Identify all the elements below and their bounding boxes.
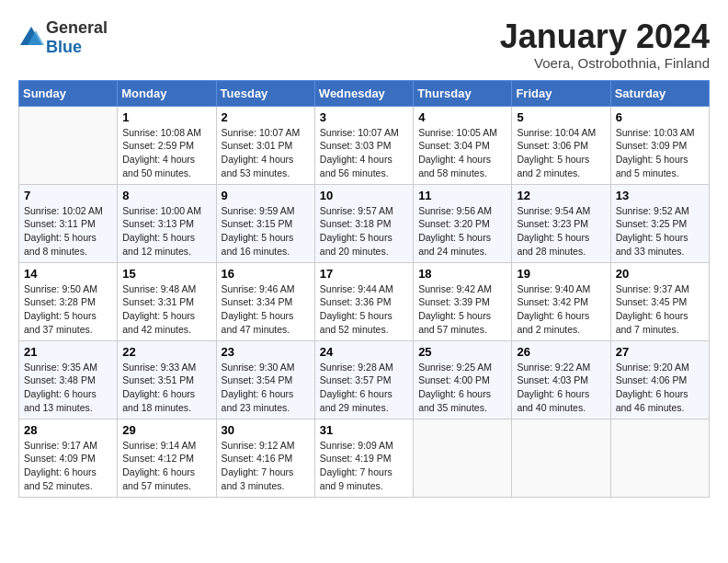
day-number: 11 xyxy=(418,189,506,202)
calendar-cell xyxy=(512,419,610,497)
calendar-cell: 13Sunrise: 9:52 AM Sunset: 3:25 PM Dayli… xyxy=(610,184,709,262)
weekday-header-friday: Friday xyxy=(512,80,610,106)
day-number: 2 xyxy=(222,110,310,124)
calendar-cell: 20Sunrise: 9:37 AM Sunset: 3:45 PM Dayli… xyxy=(610,262,709,340)
calendar-cell: 7Sunrise: 10:02 AM Sunset: 3:11 PM Dayli… xyxy=(19,184,118,262)
day-number: 28 xyxy=(24,423,112,437)
day-info: Sunrise: 9:22 AM Sunset: 4:03 PM Dayligh… xyxy=(517,361,605,415)
day-number: 7 xyxy=(24,189,112,202)
day-info: Sunrise: 9:44 AM Sunset: 3:36 PM Dayligh… xyxy=(320,282,408,337)
calendar-cell: 28Sunrise: 9:17 AM Sunset: 4:09 PM Dayli… xyxy=(19,419,118,497)
day-info: Sunrise: 10:08 AM Sunset: 2:59 PM Daylig… xyxy=(122,126,210,180)
day-info: Sunrise: 9:59 AM Sunset: 3:15 PM Dayligh… xyxy=(222,204,310,259)
day-number: 22 xyxy=(122,345,210,359)
calendar-cell: 31Sunrise: 9:09 AM Sunset: 4:19 PM Dayli… xyxy=(314,419,413,497)
day-number: 1 xyxy=(122,110,210,124)
calendar-cell: 26Sunrise: 9:22 AM Sunset: 4:03 PM Dayli… xyxy=(512,340,610,419)
weekday-header-monday: Monday xyxy=(118,80,216,106)
day-number: 20 xyxy=(616,267,704,281)
day-number: 29 xyxy=(122,423,210,437)
calendar-cell xyxy=(414,419,512,497)
weekday-header-tuesday: Tuesday xyxy=(216,80,314,106)
day-number: 10 xyxy=(320,189,408,202)
weekday-header-saturday: Saturday xyxy=(610,80,709,106)
day-number: 24 xyxy=(320,345,408,359)
day-info: Sunrise: 10:00 AM Sunset: 3:13 PM Daylig… xyxy=(122,204,210,259)
day-number: 19 xyxy=(517,267,605,281)
calendar-cell xyxy=(610,419,709,497)
calendar-week-3: 14Sunrise: 9:50 AM Sunset: 3:28 PM Dayli… xyxy=(19,262,710,340)
calendar-header: SundayMondayTuesdayWednesdayThursdayFrid… xyxy=(19,80,710,106)
calendar-week-2: 7Sunrise: 10:02 AM Sunset: 3:11 PM Dayli… xyxy=(19,184,710,262)
day-info: Sunrise: 9:28 AM Sunset: 3:57 PM Dayligh… xyxy=(320,361,408,415)
day-number: 30 xyxy=(222,423,310,437)
calendar-cell: 24Sunrise: 9:28 AM Sunset: 3:57 PM Dayli… xyxy=(314,340,413,419)
calendar-cell: 18Sunrise: 9:42 AM Sunset: 3:39 PM Dayli… xyxy=(414,262,512,340)
logo-icon xyxy=(18,25,44,51)
weekday-header-sunday: Sunday xyxy=(19,80,118,106)
weekday-header-wednesday: Wednesday xyxy=(314,80,413,106)
calendar-cell: 23Sunrise: 9:30 AM Sunset: 3:54 PM Dayli… xyxy=(216,340,314,419)
day-number: 15 xyxy=(122,267,210,281)
calendar-cell: 27Sunrise: 9:20 AM Sunset: 4:06 PM Dayli… xyxy=(610,340,709,419)
day-number: 6 xyxy=(616,110,704,124)
day-info: Sunrise: 9:52 AM Sunset: 3:25 PM Dayligh… xyxy=(616,204,704,259)
calendar-cell: 8Sunrise: 10:00 AM Sunset: 3:13 PM Dayli… xyxy=(118,184,216,262)
day-number: 5 xyxy=(517,110,605,124)
day-info: Sunrise: 9:20 AM Sunset: 4:06 PM Dayligh… xyxy=(616,361,704,415)
calendar-week-4: 21Sunrise: 9:35 AM Sunset: 3:48 PM Dayli… xyxy=(19,340,710,419)
day-number: 17 xyxy=(320,267,408,281)
day-number: 18 xyxy=(418,267,506,281)
location-text: Voera, Ostrobothnia, Finland xyxy=(500,55,710,71)
calendar-cell: 2Sunrise: 10:07 AM Sunset: 3:01 PM Dayli… xyxy=(216,106,314,184)
day-number: 16 xyxy=(222,267,310,281)
day-info: Sunrise: 9:09 AM Sunset: 4:19 PM Dayligh… xyxy=(320,439,408,493)
day-number: 4 xyxy=(418,110,506,124)
calendar-cell: 11Sunrise: 9:56 AM Sunset: 3:20 PM Dayli… xyxy=(414,184,512,262)
calendar-cell: 21Sunrise: 9:35 AM Sunset: 3:48 PM Dayli… xyxy=(19,340,118,419)
day-info: Sunrise: 9:54 AM Sunset: 3:23 PM Dayligh… xyxy=(517,204,605,259)
day-info: Sunrise: 9:40 AM Sunset: 3:42 PM Dayligh… xyxy=(517,282,605,337)
calendar-table: SundayMondayTuesdayWednesdayThursdayFrid… xyxy=(18,80,710,498)
day-info: Sunrise: 9:57 AM Sunset: 3:18 PM Dayligh… xyxy=(320,204,408,259)
day-info: Sunrise: 10:07 AM Sunset: 3:03 PM Daylig… xyxy=(320,126,408,180)
day-info: Sunrise: 9:35 AM Sunset: 3:48 PM Dayligh… xyxy=(24,361,112,415)
calendar-cell: 22Sunrise: 9:33 AM Sunset: 3:51 PM Dayli… xyxy=(118,340,216,419)
day-number: 26 xyxy=(517,345,605,359)
day-info: Sunrise: 10:02 AM Sunset: 3:11 PM Daylig… xyxy=(24,204,112,259)
calendar-cell: 15Sunrise: 9:48 AM Sunset: 3:31 PM Dayli… xyxy=(118,262,216,340)
day-info: Sunrise: 10:07 AM Sunset: 3:01 PM Daylig… xyxy=(222,126,310,180)
logo-blue-text: Blue xyxy=(46,38,82,56)
logo: General Blue xyxy=(18,18,108,57)
calendar-cell: 4Sunrise: 10:05 AM Sunset: 3:04 PM Dayli… xyxy=(414,106,512,184)
day-number: 14 xyxy=(24,267,112,281)
calendar-week-1: 1Sunrise: 10:08 AM Sunset: 2:59 PM Dayli… xyxy=(19,106,710,184)
day-number: 25 xyxy=(418,345,506,359)
day-info: Sunrise: 9:50 AM Sunset: 3:28 PM Dayligh… xyxy=(24,282,112,337)
day-number: 8 xyxy=(122,189,210,202)
calendar-cell: 30Sunrise: 9:12 AM Sunset: 4:16 PM Dayli… xyxy=(216,419,314,497)
page-header: General Blue January 2024 Voera, Ostrobo… xyxy=(18,18,710,71)
calendar-cell: 10Sunrise: 9:57 AM Sunset: 3:18 PM Dayli… xyxy=(314,184,413,262)
day-number: 9 xyxy=(222,189,310,202)
title-block: January 2024 Voera, Ostrobothnia, Finlan… xyxy=(500,18,710,71)
calendar-cell: 12Sunrise: 9:54 AM Sunset: 3:23 PM Dayli… xyxy=(512,184,610,262)
calendar-cell xyxy=(19,106,118,184)
calendar-cell: 6Sunrise: 10:03 AM Sunset: 3:09 PM Dayli… xyxy=(610,106,709,184)
day-info: Sunrise: 10:04 AM Sunset: 3:06 PM Daylig… xyxy=(517,126,605,180)
calendar-cell: 29Sunrise: 9:14 AM Sunset: 4:12 PM Dayli… xyxy=(118,419,216,497)
weekday-header-thursday: Thursday xyxy=(414,80,512,106)
day-number: 3 xyxy=(320,110,408,124)
day-number: 12 xyxy=(517,189,605,202)
calendar-cell: 25Sunrise: 9:25 AM Sunset: 4:00 PM Dayli… xyxy=(414,340,512,419)
day-info: Sunrise: 9:14 AM Sunset: 4:12 PM Dayligh… xyxy=(122,439,210,493)
day-info: Sunrise: 9:25 AM Sunset: 4:00 PM Dayligh… xyxy=(418,361,506,415)
day-number: 27 xyxy=(616,345,704,359)
calendar-cell: 14Sunrise: 9:50 AM Sunset: 3:28 PM Dayli… xyxy=(19,262,118,340)
month-title: January 2024 xyxy=(500,18,710,55)
calendar-cell: 17Sunrise: 9:44 AM Sunset: 3:36 PM Dayli… xyxy=(314,262,413,340)
day-info: Sunrise: 9:46 AM Sunset: 3:34 PM Dayligh… xyxy=(222,282,310,337)
day-info: Sunrise: 10:05 AM Sunset: 3:04 PM Daylig… xyxy=(418,126,506,180)
calendar-cell: 1Sunrise: 10:08 AM Sunset: 2:59 PM Dayli… xyxy=(118,106,216,184)
day-info: Sunrise: 9:37 AM Sunset: 3:45 PM Dayligh… xyxy=(616,282,704,337)
